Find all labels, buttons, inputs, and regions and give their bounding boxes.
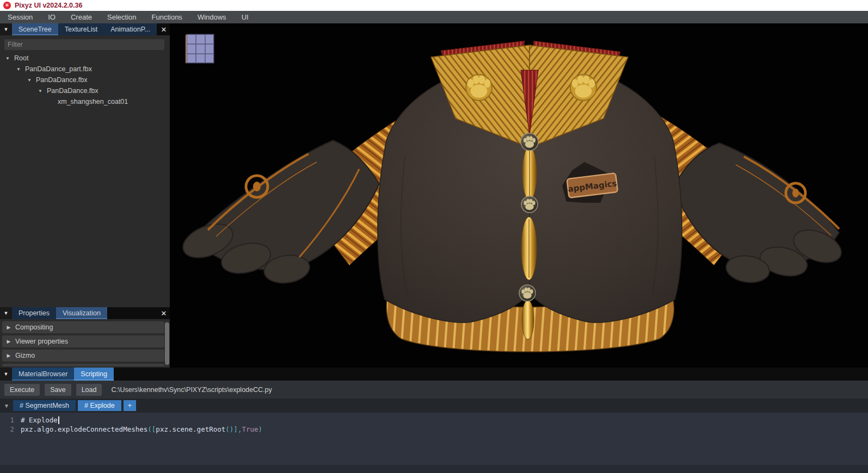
add-script-tab-button[interactable]: +: [124, 400, 136, 411]
tab-materialbrowser[interactable]: MaterialBrowser: [12, 368, 74, 381]
properties-panel: ▼ Properties Visualization ✕ ▶ Compositi…: [0, 307, 170, 368]
expand-arrow-icon[interactable]: ▼: [4, 56, 11, 61]
caret-down-icon[interactable]: ▼: [0, 403, 13, 409]
code-token: pxz.scene.getRoot: [156, 425, 225, 433]
section-label: Compositing: [15, 323, 53, 331]
section-viewer-properties[interactable]: ▶ Viewer properties: [2, 335, 164, 347]
filter-icon[interactable]: ▼: [0, 307, 12, 319]
window-title: Pixyz UI v2024.2.0.36: [15, 2, 82, 9]
code-token: ([: [147, 425, 156, 433]
close-icon[interactable]: ✕: [158, 307, 170, 319]
text-cursor: [58, 416, 59, 424]
code-token: ()]: [225, 425, 238, 433]
section-label: Viewer properties: [15, 338, 68, 345]
properties-tabbar: ▼ Properties Visualization ✕: [0, 307, 170, 319]
tree-item-coat[interactable]: xm_shangshen_coat01: [0, 96, 170, 107]
script-tab-explode[interactable]: # Explode: [78, 400, 121, 411]
model-coat[interactable]: appMagics: [178, 41, 846, 352]
tab-properties[interactable]: Properties: [12, 307, 56, 319]
script-tab-segmentmesh[interactable]: # SegmentMesh: [13, 400, 76, 411]
code-token: ): [258, 425, 263, 433]
tree-item-pandadance-part[interactable]: ▼ PanDaDance_part.fbx: [0, 64, 170, 74]
section-label: Gizmo: [15, 352, 35, 359]
tab-texturelist[interactable]: TextureList: [58, 23, 104, 35]
tree-item-pandadance-2[interactable]: ▼ PanDaDance.fbx: [0, 85, 170, 96]
tree-item-label: PanDaDance.fbx: [36, 76, 88, 84]
coat-right-cuff: [673, 143, 846, 285]
tree-item-root[interactable]: ▼ Root: [0, 53, 170, 64]
code-token: True: [242, 425, 258, 433]
tree-filter-input[interactable]: [4, 39, 164, 50]
scene-tree: ▼ Root ▼ PanDaDance_part.fbx ▼ PanDaDanc…: [0, 53, 170, 107]
code-token: ,: [238, 425, 242, 433]
menu-bar: Session IO Create Selection Functions Wi…: [0, 11, 868, 23]
collapsed-arrow-icon[interactable]: ▶: [2, 339, 15, 344]
line-number: 1: [0, 416, 14, 424]
tree-item-label: Root: [14, 54, 28, 62]
tree-item-label: PanDaDance.fbx: [47, 87, 99, 95]
section-partial: [2, 364, 164, 366]
tab-visualization[interactable]: Visualization: [56, 307, 107, 319]
pixyz-logo-icon: ✳: [3, 2, 11, 9]
scene-panel: ▼ SceneTree TextureList AnimationP... ✕ …: [0, 23, 170, 368]
menu-io[interactable]: IO: [40, 11, 63, 23]
orientation-cube[interactable]: [186, 34, 214, 63]
button-middle: [521, 196, 538, 213]
code-editor[interactable]: 1 # Explode 2 pxz.algo.explodeConnectedM…: [0, 413, 868, 465]
close-icon[interactable]: ✕: [158, 23, 170, 35]
section-compositing[interactable]: ▶ Compositing: [2, 321, 164, 333]
scrollbar-thumb[interactable]: [165, 322, 169, 365]
tab-scripting[interactable]: Scripting: [74, 368, 114, 381]
menu-session[interactable]: Session: [0, 11, 40, 23]
menu-create[interactable]: Create: [63, 11, 100, 23]
filter-icon[interactable]: ▼: [0, 368, 12, 381]
script-toolbar: Execute Save Load C:\Users\kennethv\Sync…: [0, 381, 868, 399]
menu-selection[interactable]: Selection: [100, 11, 144, 23]
code-line-1: 1 # Explode: [0, 415, 868, 425]
tree-item-label: PanDaDance_part.fbx: [25, 65, 92, 73]
collapsed-arrow-icon[interactable]: ▶: [2, 353, 15, 358]
pixyz-app-window: ✳ Pixyz UI v2024.2.0.36 Session IO Creat…: [0, 0, 868, 473]
menu-functions[interactable]: Functions: [144, 11, 190, 23]
code-line-2: 2 pxz.algo.explodeConnectedMeshes([pxz.s…: [0, 425, 868, 434]
tab-scenetree[interactable]: SceneTree: [12, 23, 58, 35]
tab-animation[interactable]: AnimationP...: [104, 23, 157, 35]
code-token: pxz.algo.explodeConnectedMeshes: [21, 425, 147, 433]
button-bottom: [519, 285, 535, 301]
filter-icon[interactable]: ▼: [0, 23, 12, 35]
button-top: [521, 133, 538, 151]
menu-ui[interactable]: UI: [234, 11, 256, 23]
tree-item-label: xm_shangshen_coat01: [58, 98, 128, 105]
expand-arrow-icon[interactable]: ▼: [15, 67, 22, 72]
properties-scrollbar[interactable]: [165, 321, 169, 366]
execute-button[interactable]: Execute: [4, 384, 40, 396]
scene-panel-tabbar: ▼ SceneTree TextureList AnimationP... ✕: [0, 23, 170, 35]
title-bar: ✳ Pixyz UI v2024.2.0.36: [0, 0, 868, 11]
scripting-tabbar: ▼ MaterialBrowser Scripting: [0, 368, 868, 381]
viewport-3d[interactable]: appMagics: [170, 23, 868, 368]
code-token: # Explode: [21, 416, 58, 424]
save-button[interactable]: Save: [45, 384, 71, 396]
load-button[interactable]: Load: [76, 384, 102, 396]
editor-scroll-strip[interactable]: [0, 465, 868, 473]
menu-windows[interactable]: Windows: [190, 11, 234, 23]
line-number: 2: [0, 425, 14, 433]
expand-arrow-icon[interactable]: ▼: [26, 78, 33, 83]
tree-item-pandadance-1[interactable]: ▼ PanDaDance.fbx: [0, 74, 170, 85]
section-gizmo[interactable]: ▶ Gizmo: [2, 350, 164, 362]
collapsed-arrow-icon[interactable]: ▶: [2, 325, 15, 330]
viewport-canvas[interactable]: appMagics: [170, 23, 868, 368]
script-tabs-row: ▼ # SegmentMesh # Explode +: [0, 399, 868, 413]
expand-arrow-icon[interactable]: ▼: [37, 89, 44, 94]
script-file-path: C:\Users\kennethv\Sync\PIXYZ\scripts\exp…: [111, 386, 272, 394]
scripting-panel: ▼ MaterialBrowser Scripting Execute Save…: [0, 368, 868, 473]
